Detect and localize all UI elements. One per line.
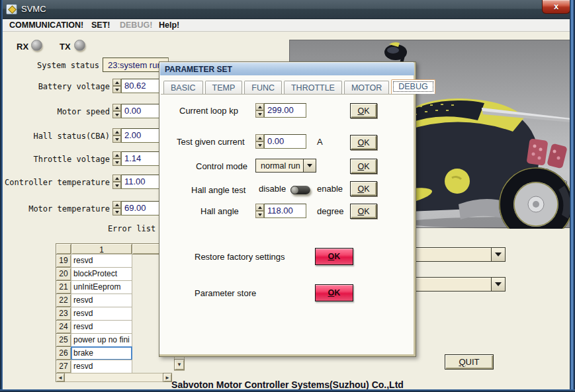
table-row[interactable]: blockProtect <box>71 267 132 281</box>
increment-button[interactable] <box>112 128 121 136</box>
quit-button[interactable]: QUIT <box>445 354 494 370</box>
decrement-button[interactable] <box>112 136 121 143</box>
row-header[interactable]: 26 <box>56 346 71 360</box>
battery-voltage-spinner[interactable] <box>112 79 121 93</box>
ok-button-label: OK <box>357 138 369 147</box>
decrement-button[interactable] <box>255 141 264 149</box>
decrement-button[interactable] <box>112 208 121 216</box>
row-header[interactable]: 27 <box>56 360 71 373</box>
throttle-voltage-field[interactable]: 1.14 <box>112 151 162 166</box>
menu-set[interactable]: SET! <box>91 20 110 31</box>
hall-angle-test-toggle[interactable] <box>290 186 310 194</box>
increment-button[interactable] <box>112 151 121 159</box>
increment-button[interactable] <box>112 175 121 182</box>
motor-temperature-spinner[interactable] <box>112 201 121 216</box>
motor-speed-spinner[interactable] <box>112 104 121 118</box>
hall-angle-spinner[interactable] <box>255 204 264 218</box>
chevron-down-icon[interactable] <box>491 248 505 261</box>
table-column-header[interactable]: 1 <box>71 243 132 255</box>
table-row[interactable]: resvd <box>71 307 132 321</box>
app-icon <box>6 4 17 15</box>
hall-status-field[interactable]: 2.00 <box>112 128 162 143</box>
controller-temperature-spinner[interactable] <box>112 175 121 189</box>
table-corner-cell <box>56 243 71 255</box>
battery-voltage-value[interactable]: 80.62 <box>121 79 162 93</box>
decrement-button[interactable] <box>112 159 121 166</box>
table-row[interactable]: resvd <box>71 320 132 334</box>
motor-speed-field[interactable]: 0.00 <box>112 104 162 118</box>
dialog-title-bar[interactable]: PARAMETER SET <box>160 63 414 75</box>
parameter-store-ok-button[interactable]: OK <box>315 284 353 301</box>
close-button[interactable]: x <box>542 0 570 14</box>
chevron-down-icon[interactable] <box>491 278 505 291</box>
control-mode-dropdown[interactable]: normal run <box>255 159 316 173</box>
tab-basic[interactable]: BASIC <box>163 81 203 94</box>
tab-func[interactable]: FUNC <box>244 81 282 94</box>
tab-throttle[interactable]: THROTTLE <box>284 81 342 94</box>
decrement-button[interactable] <box>112 86 121 93</box>
current-loop-kp-field[interactable]: 299.00 <box>255 103 306 118</box>
menu-help[interactable]: Help! <box>159 20 179 31</box>
scroll-left-button[interactable]: ◄ <box>56 373 65 382</box>
throttle-voltage-value[interactable]: 1.14 <box>121 151 162 166</box>
increment-button[interactable] <box>112 201 121 208</box>
test-given-current-ok-button[interactable]: OK <box>350 135 377 150</box>
current-loop-kp-spinner[interactable] <box>255 103 264 118</box>
motor-temperature-value[interactable]: 69.00 <box>121 201 162 216</box>
motor-temperature-field[interactable]: 69.00 <box>112 201 162 216</box>
chevron-down-icon[interactable] <box>303 159 316 172</box>
table-row[interactable]: power up no fini <box>71 333 132 347</box>
current-loop-kp-value[interactable]: 299.00 <box>264 103 306 118</box>
horizontal-scrollbar[interactable] <box>56 373 172 382</box>
scroll-down-button[interactable]: ▼ <box>174 359 185 370</box>
controller-temperature-value[interactable]: 11.00 <box>121 175 162 189</box>
menu-communication[interactable]: COMMUNICATION! <box>9 20 83 31</box>
hall-angle-ok-button[interactable]: OK <box>350 204 377 219</box>
hall-status-value[interactable]: 2.00 <box>121 128 162 143</box>
row-header[interactable]: 24 <box>56 320 71 334</box>
current-loop-kp-ok-button[interactable]: OK <box>350 103 377 118</box>
increment-button[interactable] <box>255 103 264 110</box>
decrement-button[interactable] <box>112 111 121 118</box>
system-status-label: System status <box>3 61 99 70</box>
controller-temperature-field[interactable]: 11.00 <box>112 175 162 189</box>
increment-button[interactable] <box>112 79 121 86</box>
controller-temperature-label: Controller temperature <box>3 178 110 187</box>
increment-button[interactable] <box>255 134 264 141</box>
row-header[interactable]: 19 <box>56 254 71 268</box>
throttle-voltage-label: Throttle voltage <box>3 155 110 164</box>
menu-debug[interactable]: DEBUG! <box>120 20 152 31</box>
row-header[interactable]: 20 <box>56 267 71 281</box>
increment-button[interactable] <box>112 104 121 111</box>
row-header[interactable]: 21 <box>56 280 71 294</box>
row-header[interactable]: 22 <box>56 294 71 307</box>
throttle-voltage-spinner[interactable] <box>112 151 121 166</box>
row-header[interactable]: 23 <box>56 307 71 321</box>
tab-debug[interactable]: DEBUG <box>391 79 435 94</box>
table-row[interactable]: resvd <box>71 294 132 307</box>
decrement-button[interactable] <box>255 211 264 218</box>
tab-motor[interactable]: MOTOR <box>344 81 389 94</box>
test-given-current-value[interactable]: 0.00 <box>264 134 306 149</box>
row-header[interactable]: 25 <box>56 333 71 347</box>
table-row-selected[interactable]: brake <box>71 346 132 360</box>
test-given-current-spinner[interactable] <box>255 134 264 149</box>
table-row[interactable]: resvd <box>71 360 132 373</box>
decrement-button[interactable] <box>255 110 264 118</box>
table-row[interactable]: unInitEeprom <box>71 280 132 294</box>
test-given-current-field[interactable]: 0.00 <box>255 134 306 149</box>
motor-speed-value[interactable]: 0.00 <box>121 104 162 118</box>
title-bar[interactable]: SVMC x <box>0 0 575 19</box>
hall-angle-test-ok-button[interactable]: OK <box>350 181 377 196</box>
hall-status-spinner[interactable] <box>112 128 121 143</box>
control-mode-ok-button[interactable]: OK <box>350 159 377 174</box>
decrement-button[interactable] <box>112 182 121 189</box>
restore-factory-settings-ok-button[interactable]: OK <box>315 248 353 265</box>
toggle-knob[interactable] <box>290 186 299 194</box>
battery-voltage-field[interactable]: 80.62 <box>112 79 162 93</box>
table-row[interactable]: resvd <box>71 254 132 268</box>
hall-angle-value[interactable]: 118.00 <box>264 204 306 218</box>
tab-temp[interactable]: TEMP <box>205 81 243 94</box>
hall-angle-field[interactable]: 118.00 <box>255 204 306 218</box>
increment-button[interactable] <box>255 204 264 211</box>
